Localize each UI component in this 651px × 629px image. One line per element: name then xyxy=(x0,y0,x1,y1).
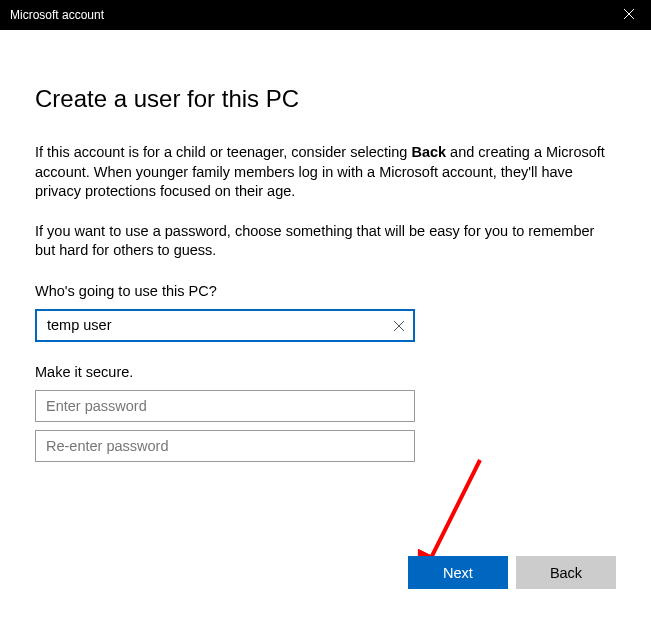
close-icon xyxy=(624,8,634,22)
username-label: Who's going to use this PC? xyxy=(35,283,616,299)
password-confirm-field-wrap xyxy=(35,430,415,462)
password-input[interactable] xyxy=(35,390,415,422)
password-field-wrap xyxy=(35,390,415,422)
secure-label: Make it secure. xyxy=(35,364,616,380)
back-button[interactable]: Back xyxy=(516,556,616,589)
dialog-content: Create a user for this PC If this accoun… xyxy=(0,30,651,629)
next-button[interactable]: Next xyxy=(408,556,508,589)
svg-line-5 xyxy=(425,460,480,570)
intro-paragraph-1: If this account is for a child or teenag… xyxy=(35,143,616,202)
close-button[interactable] xyxy=(606,0,651,30)
intro-paragraph-2: If you want to use a password, choose so… xyxy=(35,222,616,261)
username-input[interactable] xyxy=(35,309,415,342)
titlebar: Microsoft account xyxy=(0,0,651,30)
page-heading: Create a user for this PC xyxy=(35,85,616,113)
intro-text-bold: Back xyxy=(411,144,446,160)
intro-text-pre: If this account is for a child or teenag… xyxy=(35,144,411,160)
dialog-footer: Next Back xyxy=(408,556,616,589)
username-field-wrap xyxy=(35,309,415,342)
window-title: Microsoft account xyxy=(10,0,104,30)
clear-icon[interactable] xyxy=(393,318,407,332)
password-confirm-input[interactable] xyxy=(35,430,415,462)
